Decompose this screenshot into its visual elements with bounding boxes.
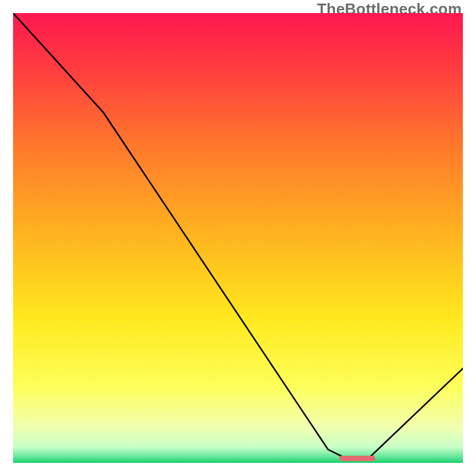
bottleneck-chart — [13, 13, 463, 463]
plot-area — [13, 13, 463, 463]
gradient-background — [13, 13, 463, 463]
chart-container: TheBottleneck.com — [0, 0, 476, 476]
optimal-marker — [339, 456, 375, 461]
